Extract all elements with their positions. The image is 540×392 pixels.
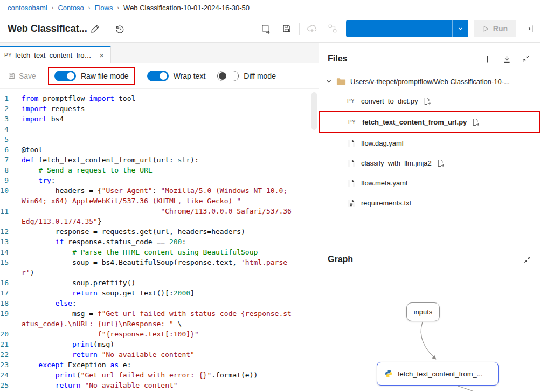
code-text[interactable]: soup.prettify()	[22, 278, 292, 288]
chevron-right-icon: ›	[117, 4, 119, 11]
code-line: 15 soup = bs4.BeautifulSoup(response.tex…	[0, 257, 319, 278]
document-icon	[347, 139, 356, 148]
document-icon	[347, 159, 356, 168]
editor-scrollbar[interactable]	[311, 92, 317, 130]
code-line: 20 f"{response.text[:100]}"	[0, 329, 319, 339]
file-tree: Users/v-thepet/promptflow/Web Classifica…	[319, 72, 540, 213]
code-text[interactable]: soup = bs4.BeautifulSoup(response.text, …	[22, 257, 292, 278]
save-icon[interactable]	[279, 20, 295, 37]
code-line: 1from promptflow import tool	[0, 93, 319, 104]
code-text[interactable]	[22, 124, 292, 134]
code-text[interactable]: print(msg)	[22, 339, 292, 349]
file-row[interactable]: flow.dag.yaml	[319, 133, 540, 153]
code-line: 10 headers = {"User-Agent": "Mozilla/5.0…	[0, 185, 319, 206]
tool-meta-icon[interactable]	[472, 118, 481, 126]
code-line: 8 # Send a request to the URL	[0, 165, 319, 175]
code-text[interactable]: response = requests.get(url, headers=hea…	[22, 226, 292, 237]
add-file-icon[interactable]	[482, 53, 493, 64]
code-lines: 1from promptflow import tool2import requ…	[0, 93, 319, 390]
version-history-icon[interactable]	[112, 20, 128, 37]
file-name: classify_with_llm.jinja2	[361, 159, 432, 167]
line-number: 15	[0, 257, 22, 278]
tool-meta-icon[interactable]	[437, 159, 446, 167]
line-number: 16	[0, 278, 22, 288]
code-text[interactable]: import bs4	[22, 114, 292, 124]
code-line: 4	[0, 124, 319, 134]
code-text[interactable]: headers = {"User-Agent": "Mozilla/5.0 (W…	[22, 185, 292, 206]
line-number: 10	[0, 185, 22, 206]
save-label: Save	[19, 72, 36, 80]
breadcrumb-current: Web Classification-10-01-2024-16-30-50	[123, 4, 250, 12]
chevron-down-icon[interactable]	[452, 20, 468, 37]
open-right-panel-icon[interactable]	[521, 20, 537, 37]
code-text[interactable]: import requests	[22, 104, 292, 114]
file-row[interactable]: requirements.txt	[319, 193, 540, 213]
code-text[interactable]: return "No available content"	[22, 380, 292, 390]
toggle-switch[interactable]	[54, 71, 76, 81]
toggle-switch[interactable]	[217, 71, 239, 81]
collapse-graph-icon[interactable]	[522, 254, 532, 265]
node-label: inputs	[414, 308, 433, 316]
code-text[interactable]: def fetch_text_content_from_url(url: str…	[22, 155, 292, 165]
code-line: 17 return soup.get_text()[:2000]	[0, 288, 319, 298]
file-row[interactable]: PYconvert_to_dict.py	[319, 91, 540, 111]
code-text[interactable]	[22, 134, 292, 145]
file-row[interactable]: flow.meta.yaml	[319, 173, 540, 193]
toggle-label: Diff mode	[244, 72, 276, 80]
download-files-icon[interactable]	[501, 53, 512, 64]
code-text[interactable]: # Parse the HTML content using Beautiful…	[22, 247, 292, 257]
code-line: 9 try:	[0, 175, 319, 185]
tool-meta-icon[interactable]	[423, 97, 432, 105]
code-text[interactable]: if response.status_code == 200:	[22, 237, 292, 247]
code-line: 22 return "No available content"	[0, 349, 319, 360]
line-number: 6	[0, 145, 22, 155]
python-file-badge: PY	[4, 52, 12, 58]
line-number: 20	[0, 329, 22, 339]
root-folder-row[interactable]: Users/v-thepet/promptflow/Web Classifica…	[319, 72, 540, 91]
code-text[interactable]: from promptflow import tool	[22, 93, 292, 104]
save-file-button[interactable]: Save	[8, 72, 36, 80]
line-number: 19	[0, 308, 22, 329]
code-line: 6@tool	[0, 145, 319, 155]
code-text[interactable]: @tool	[22, 145, 292, 155]
folder-icon	[336, 78, 346, 86]
run-button[interactable]: Run	[474, 20, 516, 37]
graph-node-fetch-text-content[interactable]: fetch_text_content_from_...	[377, 362, 499, 386]
file-name: requirements.txt	[361, 199, 411, 207]
title-bar: Web Classificat... Start compute session…	[0, 15, 540, 43]
code-text[interactable]: # Send a request to the URL	[22, 165, 292, 175]
file-row[interactable]: classify_with_llm.jinja2	[319, 153, 540, 173]
line-number: 9	[0, 175, 22, 185]
code-line: 19 msg = f"Get url failed with status co…	[0, 308, 319, 329]
code-text[interactable]: return soup.get_text()[:2000]	[22, 288, 292, 298]
app: { "breadcrumb": { "items": ["contosobami…	[0, 0, 540, 392]
code-line: 14 # Parse the HTML content using Beauti…	[0, 247, 319, 257]
edit-pencil-icon[interactable]	[87, 20, 103, 37]
code-text[interactable]: print("Get url failed with error: {}".fo…	[22, 370, 292, 380]
close-tab-icon[interactable]: ×	[97, 50, 106, 60]
code-line: 23 except Exception as e:	[0, 360, 319, 370]
collapse-panel-icon[interactable]	[521, 53, 531, 64]
chevron-down-icon[interactable]	[326, 78, 332, 85]
run-label: Run	[493, 24, 508, 33]
code-text[interactable]: f"{response.text[:100]}"	[22, 329, 292, 339]
code-text[interactable]: else:	[22, 298, 292, 308]
code-editor[interactable]: 1from promptflow import tool2import requ…	[0, 89, 319, 391]
code-text[interactable]: return "No available content"	[22, 349, 292, 360]
code-text[interactable]: msg = f"Get url failed with status code …	[22, 308, 292, 329]
node-label: fetch_text_content_from_...	[398, 370, 483, 378]
breadcrumb-flows[interactable]: Flows	[94, 4, 113, 12]
root-folder-label: Users/v-thepet/promptflow/Web Classifica…	[350, 78, 510, 86]
code-text[interactable]: "Chrome/113.0.0.0 Safari/537.36 Edg/113.…	[22, 206, 292, 226]
start-compute-session-button[interactable]: Start compute session	[346, 20, 468, 37]
open-file-icon[interactable]	[258, 20, 274, 37]
tab-fetch-text-content[interactable]: PY fetch_text_content_from_url.py ×	[0, 46, 111, 63]
code-text[interactable]: except Exception as e:	[22, 360, 292, 370]
code-text[interactable]: try:	[22, 175, 292, 185]
toggle-switch[interactable]	[147, 71, 169, 81]
breadcrumb-workspace[interactable]: contosobami	[8, 4, 47, 12]
file-row[interactable]: PYfetch_text_content_from_url.py	[319, 111, 540, 133]
line-number: 22	[0, 349, 22, 360]
graph-node-inputs[interactable]: inputs	[406, 302, 440, 321]
breadcrumb-project[interactable]: Contoso	[58, 4, 84, 12]
